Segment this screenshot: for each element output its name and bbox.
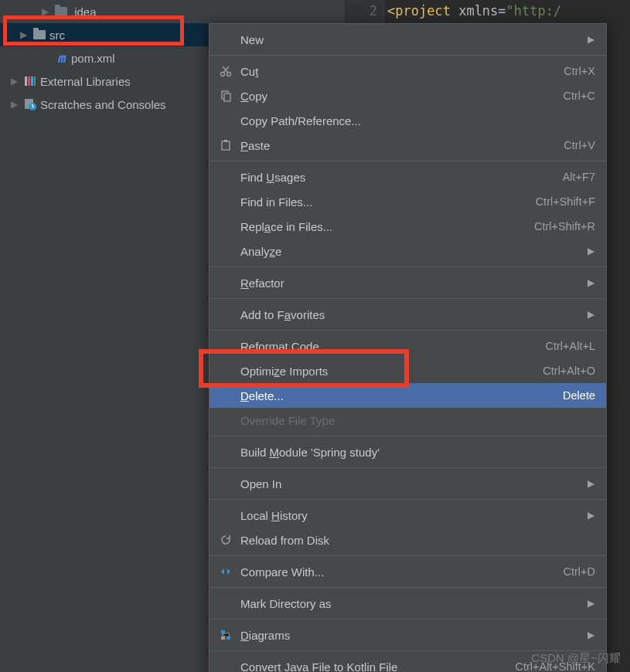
svg-rect-0 <box>25 76 27 86</box>
reload-icon <box>214 534 237 546</box>
svg-point-6 <box>221 73 225 76</box>
diagrams-icon <box>214 629 237 641</box>
compare-icon <box>214 565 237 578</box>
chevron-right-icon: ▶ <box>587 510 595 521</box>
maven-file-icon: m <box>53 50 70 66</box>
scratches-icon <box>22 97 39 111</box>
copy-icon <box>214 90 237 102</box>
menu-delete[interactable]: Delete...Delete <box>209 383 606 408</box>
chevron-right-icon: ▶ <box>37 6 53 17</box>
folder-icon <box>31 30 48 39</box>
menu-override-file-type[interactable]: Override File Type <box>209 408 606 433</box>
watermark: CSDN @星~闪耀 <box>531 651 621 666</box>
chevron-right-icon: ▶ <box>587 34 595 45</box>
menu-refactor[interactable]: Refactor▶ <box>209 270 606 295</box>
menu-replace-in-files[interactable]: Replace in Files...Ctrl+Shift+R <box>209 214 606 239</box>
menu-paste[interactable]: PasteCtrl+V <box>209 133 606 158</box>
menu-build-module[interactable]: Build Module 'Spring study' <box>209 440 606 464</box>
chevron-right-icon: ▶ <box>587 309 595 320</box>
chevron-right-icon: ▶ <box>587 277 595 288</box>
menu-open-in[interactable]: Open In▶ <box>209 471 606 496</box>
tree-item-label: .idea <box>70 5 97 19</box>
menu-separator <box>209 266 606 267</box>
folder-icon <box>53 7 70 16</box>
menu-compare-with[interactable]: Compare With...Ctrl+D <box>209 559 606 584</box>
context-menu[interactable]: New▶ CutCutCtrl+X CopyCtrl+C Copy Path/R… <box>209 23 607 672</box>
menu-find-in-files[interactable]: Find in Files...Ctrl+Shift+F <box>209 189 606 214</box>
menu-separator <box>209 619 606 619</box>
svg-rect-2 <box>31 76 33 86</box>
menu-separator <box>209 161 606 161</box>
menu-separator <box>209 55 606 56</box>
menu-copy-path[interactable]: Copy Path/Reference... <box>209 108 606 133</box>
svg-rect-14 <box>221 636 225 640</box>
menu-separator <box>209 499 606 500</box>
chevron-right-icon: ▶ <box>587 630 595 640</box>
menu-optimize[interactable]: Optimize ImportsCtrl+Alt+O <box>209 358 606 383</box>
tree-item-label: External Libraries <box>39 75 131 88</box>
chevron-right-icon: ▶ <box>6 99 22 110</box>
menu-new[interactable]: New▶ <box>209 27 606 52</box>
tree-item-idea[interactable]: ▶ .idea <box>0 0 345 23</box>
menu-separator <box>209 467 606 468</box>
svg-rect-13 <box>226 636 230 640</box>
menu-separator <box>209 436 606 436</box>
menu-separator <box>209 555 606 556</box>
tree-item-label: pom.xml <box>70 52 115 65</box>
cut-icon <box>214 65 237 77</box>
menu-mark-directory[interactable]: Mark Directory as▶ <box>209 591 606 616</box>
menu-local-history[interactable]: Local History▶ <box>209 503 606 528</box>
svg-rect-1 <box>28 76 30 86</box>
menu-favorites[interactable]: Add to Favorites▶ <box>209 302 606 327</box>
menu-diagrams[interactable]: Diagrams▶ <box>209 623 606 647</box>
chevron-right-icon: ▶ <box>6 76 22 87</box>
tree-item-label: Scratches and Consoles <box>39 98 166 111</box>
svg-rect-10 <box>222 141 230 150</box>
svg-rect-3 <box>34 76 36 86</box>
libraries-icon <box>22 74 39 88</box>
chevron-right-icon: ▶ <box>587 598 595 609</box>
menu-reformat[interactable]: Reformat CodeCtrl+Alt+L <box>209 334 606 358</box>
menu-separator <box>209 587 606 588</box>
svg-rect-12 <box>221 630 225 633</box>
menu-cut[interactable]: CutCutCtrl+X <box>209 59 606 83</box>
svg-rect-9 <box>224 93 230 101</box>
menu-copy[interactable]: CopyCtrl+C <box>209 83 606 108</box>
chevron-right-icon: ▶ <box>15 29 31 40</box>
tree-item-label: src <box>48 29 65 42</box>
menu-separator <box>209 330 606 331</box>
menu-separator <box>209 298 606 299</box>
menu-find-usages[interactable]: Find UsagesAlt+F7 <box>209 165 606 189</box>
chevron-right-icon: ▶ <box>587 246 595 256</box>
svg-point-7 <box>227 73 231 76</box>
menu-reload-from-disk[interactable]: Reload from Disk <box>209 528 606 552</box>
menu-analyze[interactable]: Analyze▶ <box>209 239 606 263</box>
svg-rect-11 <box>224 140 227 142</box>
paste-icon <box>214 139 237 151</box>
chevron-right-icon: ▶ <box>587 478 595 489</box>
